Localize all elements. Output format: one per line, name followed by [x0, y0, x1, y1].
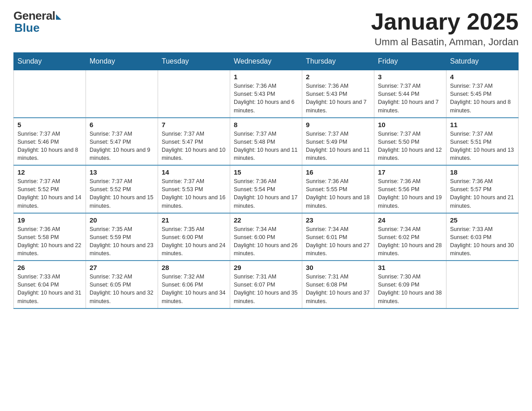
- day-number: 22: [234, 216, 298, 224]
- calendar-week-row: 12Sunrise: 7:37 AM Sunset: 5:52 PM Dayli…: [14, 165, 519, 213]
- day-info: Sunrise: 7:37 AM Sunset: 5:48 PM Dayligh…: [234, 131, 297, 161]
- calendar-table: SundayMondayTuesdayWednesdayThursdayFrid…: [13, 52, 519, 309]
- calendar-cell: 6Sunrise: 7:37 AM Sunset: 5:47 PM Daylig…: [86, 118, 158, 166]
- day-number: 29: [234, 264, 298, 271]
- calendar-cell: [14, 70, 86, 118]
- day-info: Sunrise: 7:37 AM Sunset: 5:47 PM Dayligh…: [162, 131, 225, 161]
- day-info: Sunrise: 7:36 AM Sunset: 5:57 PM Dayligh…: [450, 178, 514, 209]
- day-info: Sunrise: 7:37 AM Sunset: 5:52 PM Dayligh…: [17, 178, 81, 209]
- day-header-sunday: Sunday: [14, 53, 86, 70]
- day-number: 3: [378, 73, 442, 81]
- day-info: Sunrise: 7:31 AM Sunset: 6:07 PM Dayligh…: [234, 274, 297, 304]
- logo-blue-text: Blue: [13, 21, 39, 35]
- day-info: Sunrise: 7:37 AM Sunset: 5:50 PM Dayligh…: [378, 131, 442, 161]
- calendar-cell: 3Sunrise: 7:37 AM Sunset: 5:44 PM Daylig…: [374, 70, 446, 118]
- day-info: Sunrise: 7:34 AM Sunset: 6:01 PM Dayligh…: [306, 226, 369, 257]
- calendar-cell: 17Sunrise: 7:36 AM Sunset: 5:56 PM Dayli…: [374, 165, 446, 213]
- calendar-subtitle: Umm al Basatin, Amman, Jordan: [371, 36, 519, 48]
- day-number: 28: [162, 264, 226, 271]
- calendar-week-row: 5Sunrise: 7:37 AM Sunset: 5:46 PM Daylig…: [14, 118, 519, 166]
- calendar-cell: 14Sunrise: 7:37 AM Sunset: 5:53 PM Dayli…: [158, 165, 230, 213]
- calendar-cell: 27Sunrise: 7:32 AM Sunset: 6:05 PM Dayli…: [86, 261, 158, 308]
- day-number: 2: [306, 73, 370, 81]
- day-number: 10: [378, 121, 442, 128]
- day-number: 16: [306, 168, 370, 176]
- logo-arrow-icon: [56, 14, 61, 20]
- day-info: Sunrise: 7:36 AM Sunset: 5:56 PM Dayligh…: [378, 178, 442, 209]
- day-header-friday: Friday: [374, 53, 446, 70]
- day-info: Sunrise: 7:30 AM Sunset: 6:09 PM Dayligh…: [378, 274, 442, 304]
- day-info: Sunrise: 7:36 AM Sunset: 5:55 PM Dayligh…: [306, 178, 369, 209]
- day-number: 19: [17, 216, 82, 224]
- calendar-cell: 13Sunrise: 7:37 AM Sunset: 5:52 PM Dayli…: [86, 165, 158, 213]
- calendar-cell: 1Sunrise: 7:36 AM Sunset: 5:43 PM Daylig…: [230, 70, 302, 118]
- day-number: 1: [234, 73, 298, 81]
- title-block: January 2025 Umm al Basatin, Amman, Jord…: [371, 9, 519, 48]
- day-info: Sunrise: 7:37 AM Sunset: 5:46 PM Dayligh…: [17, 131, 78, 161]
- calendar-header-row: SundayMondayTuesdayWednesdayThursdayFrid…: [14, 53, 519, 70]
- day-number: 20: [90, 216, 154, 224]
- calendar-cell: 28Sunrise: 7:32 AM Sunset: 6:06 PM Dayli…: [158, 261, 230, 308]
- calendar-cell: 24Sunrise: 7:34 AM Sunset: 6:02 PM Dayli…: [374, 213, 446, 261]
- calendar-week-row: 19Sunrise: 7:36 AM Sunset: 5:58 PM Dayli…: [14, 213, 519, 261]
- day-number: 6: [90, 121, 154, 128]
- day-number: 31: [378, 264, 442, 271]
- day-number: 27: [90, 264, 154, 271]
- day-info: Sunrise: 7:37 AM Sunset: 5:52 PM Dayligh…: [90, 178, 153, 209]
- calendar-title: January 2025: [371, 9, 519, 34]
- calendar-week-row: 26Sunrise: 7:33 AM Sunset: 6:04 PM Dayli…: [14, 261, 519, 308]
- calendar-cell: 26Sunrise: 7:33 AM Sunset: 6:04 PM Dayli…: [14, 261, 86, 308]
- day-info: Sunrise: 7:33 AM Sunset: 6:03 PM Dayligh…: [450, 226, 514, 257]
- day-number: 18: [450, 168, 515, 176]
- day-info: Sunrise: 7:33 AM Sunset: 6:04 PM Dayligh…: [17, 274, 81, 304]
- calendar-cell: 30Sunrise: 7:31 AM Sunset: 6:08 PM Dayli…: [302, 261, 374, 308]
- calendar-cell: 2Sunrise: 7:36 AM Sunset: 5:43 PM Daylig…: [302, 70, 374, 118]
- day-number: 13: [90, 168, 154, 176]
- day-number: 9: [306, 121, 370, 128]
- calendar-cell: 10Sunrise: 7:37 AM Sunset: 5:50 PM Dayli…: [374, 118, 446, 166]
- day-number: 25: [450, 216, 515, 224]
- calendar-cell: 18Sunrise: 7:36 AM Sunset: 5:57 PM Dayli…: [446, 165, 519, 213]
- calendar-cell: 20Sunrise: 7:35 AM Sunset: 5:59 PM Dayli…: [86, 213, 158, 261]
- day-info: Sunrise: 7:32 AM Sunset: 6:05 PM Dayligh…: [90, 274, 153, 304]
- page-header: General Blue January 2025 Umm al Basatin…: [13, 9, 519, 48]
- day-number: 24: [378, 216, 442, 224]
- day-header-monday: Monday: [86, 53, 158, 70]
- calendar-cell: 4Sunrise: 7:37 AM Sunset: 5:45 PM Daylig…: [446, 70, 519, 118]
- calendar-cell: 31Sunrise: 7:30 AM Sunset: 6:09 PM Dayli…: [374, 261, 446, 308]
- day-number: 14: [162, 168, 226, 176]
- day-info: Sunrise: 7:35 AM Sunset: 6:00 PM Dayligh…: [162, 226, 225, 257]
- day-number: 23: [306, 216, 370, 224]
- calendar-cell: 12Sunrise: 7:37 AM Sunset: 5:52 PM Dayli…: [14, 165, 86, 213]
- calendar-cell: 11Sunrise: 7:37 AM Sunset: 5:51 PM Dayli…: [446, 118, 519, 166]
- day-header-tuesday: Tuesday: [158, 53, 230, 70]
- day-number: 8: [234, 121, 298, 128]
- day-info: Sunrise: 7:34 AM Sunset: 6:00 PM Dayligh…: [234, 226, 297, 257]
- calendar-cell: 21Sunrise: 7:35 AM Sunset: 6:00 PM Dayli…: [158, 213, 230, 261]
- day-info: Sunrise: 7:36 AM Sunset: 5:58 PM Dayligh…: [17, 226, 81, 257]
- day-number: 7: [162, 121, 226, 128]
- day-header-saturday: Saturday: [446, 53, 519, 70]
- calendar-cell: 19Sunrise: 7:36 AM Sunset: 5:58 PM Dayli…: [14, 213, 86, 261]
- day-info: Sunrise: 7:37 AM Sunset: 5:51 PM Dayligh…: [450, 131, 514, 161]
- calendar-cell: 5Sunrise: 7:37 AM Sunset: 5:46 PM Daylig…: [14, 118, 86, 166]
- day-info: Sunrise: 7:37 AM Sunset: 5:47 PM Dayligh…: [90, 131, 150, 161]
- day-info: Sunrise: 7:36 AM Sunset: 5:43 PM Dayligh…: [234, 83, 295, 113]
- day-info: Sunrise: 7:37 AM Sunset: 5:49 PM Dayligh…: [306, 131, 369, 161]
- day-header-wednesday: Wednesday: [230, 53, 302, 70]
- day-number: 17: [378, 168, 442, 176]
- day-number: 15: [234, 168, 298, 176]
- day-number: 12: [17, 168, 82, 176]
- day-info: Sunrise: 7:31 AM Sunset: 6:08 PM Dayligh…: [306, 274, 369, 304]
- day-info: Sunrise: 7:37 AM Sunset: 5:45 PM Dayligh…: [450, 83, 511, 113]
- calendar-cell: 29Sunrise: 7:31 AM Sunset: 6:07 PM Dayli…: [230, 261, 302, 308]
- day-info: Sunrise: 7:35 AM Sunset: 5:59 PM Dayligh…: [90, 226, 153, 257]
- day-info: Sunrise: 7:34 AM Sunset: 6:02 PM Dayligh…: [378, 226, 442, 257]
- calendar-cell: 22Sunrise: 7:34 AM Sunset: 6:00 PM Dayli…: [230, 213, 302, 261]
- day-number: 21: [162, 216, 226, 224]
- day-info: Sunrise: 7:36 AM Sunset: 5:54 PM Dayligh…: [234, 178, 297, 209]
- logo: General Blue: [13, 9, 61, 35]
- calendar-cell: 7Sunrise: 7:37 AM Sunset: 5:47 PM Daylig…: [158, 118, 230, 166]
- day-info: Sunrise: 7:32 AM Sunset: 6:06 PM Dayligh…: [162, 274, 225, 304]
- day-number: 30: [306, 264, 370, 271]
